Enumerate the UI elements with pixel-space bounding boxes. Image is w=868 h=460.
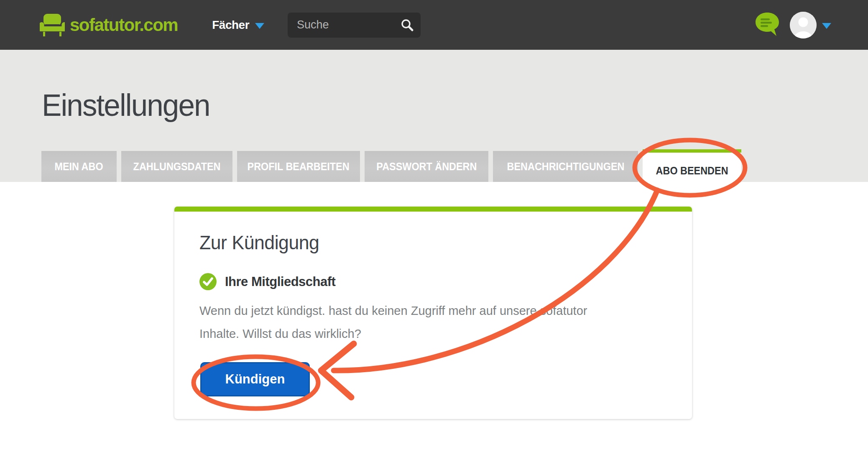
chat-bubble-icon[interactable] [755,12,781,38]
card-accent-bar [174,207,692,212]
tab-benachrichtigungen[interactable]: BENACHRICHTIGUNGEN [493,151,638,182]
tab-profil-bearbeiten[interactable]: PROFIL BEARBEITEN [237,151,360,182]
cancellation-card: Zur Kündigung Ihre Mitgliedschaft Wenn d… [174,207,692,419]
page-title: Einstellungen [42,87,210,123]
chevron-down-icon [255,23,264,29]
subjects-menu-label: Fächer [212,18,249,32]
logo-wordmark: sofatutor.com [70,15,178,35]
chevron-down-icon[interactable] [822,23,831,29]
settings-header: Einstellungen MEIN ABO ZAHLUNGSDATEN PRO… [0,50,868,182]
warning-line-2: Inhalte. Willst du das wirklich? [199,322,667,345]
tab-passwort-aendern[interactable]: PASSWORT ÄNDERN [365,151,488,182]
avatar-icon[interactable] [790,12,817,38]
membership-status-row: Ihre Mitgliedschaft [199,273,667,290]
settings-tabs: MEIN ABO ZAHLUNGSDATEN PROFIL BEARBEITEN… [41,149,741,182]
top-navbar: sofatutor.com Fächer [0,0,868,50]
kuendigen-button[interactable]: Kündigen [200,362,310,396]
warning-line-1: Wenn du jetzt kündigst. hast du keinen Z… [199,299,667,322]
sofatutor-logo[interactable]: sofatutor.com [40,13,178,37]
tab-abo-beenden[interactable]: ABO BEENDEN [643,149,741,189]
couch-icon [40,13,65,37]
search-icon[interactable] [401,18,414,33]
card-heading: Zur Kündigung [199,231,653,254]
membership-label: Ihre Mitgliedschaft [225,274,335,289]
tab-zahlungsdaten[interactable]: ZAHLUNGSDATEN [121,151,232,182]
checkmark-icon [199,273,217,290]
tab-mein-abo[interactable]: MEIN ABO [41,151,117,182]
subjects-menu[interactable]: Fächer [212,18,264,32]
cancellation-warning-text: Wenn du jetzt kündigst. hast du keinen Z… [199,299,667,345]
search-box [288,13,421,38]
